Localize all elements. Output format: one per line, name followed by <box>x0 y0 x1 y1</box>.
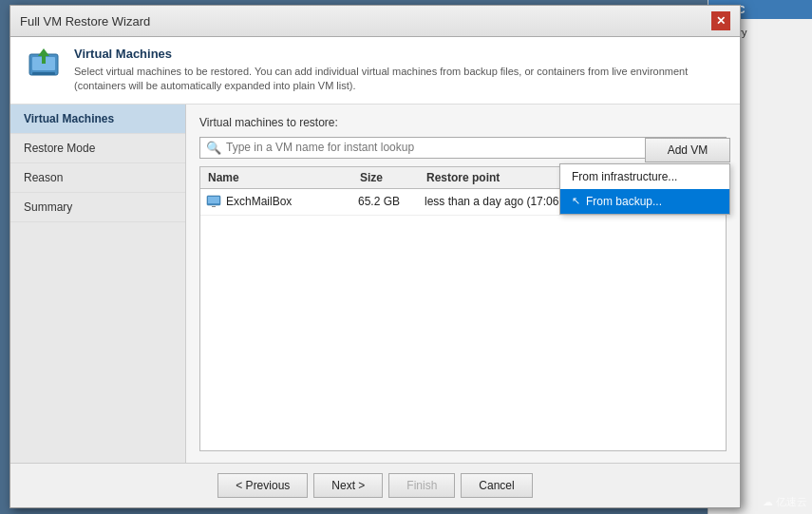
vm-icon <box>25 47 63 85</box>
next-button[interactable]: Next > <box>313 473 383 498</box>
sidebar-item-virtual-machines[interactable]: Virtual Machines <box>10 105 185 134</box>
vm-name-cell: ExchMailBox <box>206 194 358 209</box>
cursor-icon: ↖ <box>572 195 580 207</box>
dialog-title: Full VM Restore Wizard <box>20 14 150 29</box>
vm-size: 65.2 GB <box>358 195 425 208</box>
main-dialog: Full VM Restore Wizard ✕ Virtual Machine… <box>9 5 741 508</box>
finish-button[interactable]: Finish <box>388 473 455 498</box>
vm-row-icon <box>206 194 221 209</box>
svg-rect-2 <box>32 72 55 75</box>
search-icon: 🔍 <box>206 141 221 155</box>
col-size: Size <box>358 171 425 184</box>
dropdown-menu: From infrastructure... ↖ From backup... <box>559 163 730 215</box>
dialog-header: Virtual Machines Select virtual machines… <box>10 37 740 105</box>
watermark: ☁ 亿速云 <box>763 495 807 509</box>
watermark-icon: ☁ <box>763 496 773 508</box>
sidebar-item-reason[interactable]: Reason <box>10 163 185 193</box>
dropdown-item-backup[interactable]: ↖ From backup... <box>560 189 729 214</box>
sidebar-item-restore-mode[interactable]: Restore Mode <box>10 134 185 163</box>
section-label: Virtual machines to restore: <box>199 116 727 129</box>
title-bar: Full VM Restore Wizard ✕ <box>10 6 740 37</box>
add-vm-button[interactable]: Add VM <box>645 138 730 162</box>
sidebar-item-summary[interactable]: Summary <box>10 193 185 222</box>
dialog-footer: < Previous Next > Finish Cancel <box>10 463 740 507</box>
header-title: Virtual Machines <box>74 47 726 61</box>
dialog-body: Virtual Machines Restore Mode Reason Sum… <box>10 105 740 463</box>
previous-button[interactable]: < Previous <box>217 473 308 498</box>
main-content: Virtual machines to restore: 🔍 Name Size… <box>186 105 740 463</box>
sidebar-nav: Virtual Machines Restore Mode Reason Sum… <box>10 105 186 463</box>
backup-label: From backup... <box>586 195 662 208</box>
vm-name: ExchMailBox <box>226 195 292 208</box>
watermark-text: 亿速云 <box>776 495 807 509</box>
svg-rect-6 <box>212 206 216 207</box>
infrastructure-label: From infrastructure... <box>572 170 677 183</box>
dropdown-item-infrastructure[interactable]: From infrastructure... <box>560 164 729 189</box>
col-name: Name <box>206 171 358 184</box>
header-text: Virtual Machines Select virtual machines… <box>74 47 726 94</box>
svg-rect-5 <box>208 197 219 203</box>
close-button[interactable]: ✕ <box>711 11 730 30</box>
cancel-button[interactable]: Cancel <box>461 473 532 498</box>
header-description: Select virtual machines to be restored. … <box>74 65 726 94</box>
